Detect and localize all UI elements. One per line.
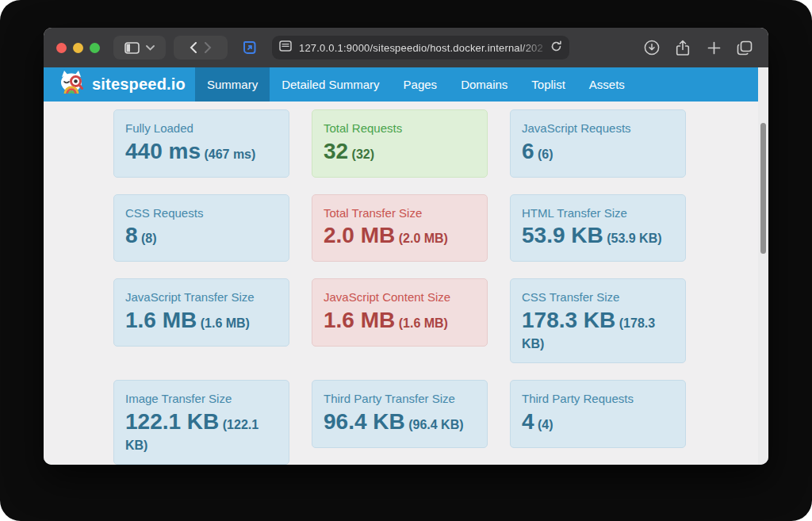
metric-value: 8 [125,223,138,247]
metric-card: CSS Requests 8 (8) [113,194,289,262]
scrollbar-track[interactable] [758,67,768,465]
extension-icon [242,40,258,56]
nav-tab-detailed-summary[interactable]: Detailed Summary [270,67,391,102]
back-button[interactable] [190,42,197,53]
metric-card: CSS Transfer Size 178.3 KB (178.3 KB) [510,278,686,363]
metric-value: 53.9 KB [522,223,603,247]
metric-secondary-value: (53.9 KB) [607,232,661,245]
desktop-background: 127.0.0.1:9000/sitespeedio/host.docker.i… [0,0,812,521]
metric-card: JavaScript Content Size 1.6 MB (1.6 MB) [312,278,488,347]
reader-icon[interactable] [279,40,292,55]
sidebar-icon [124,42,140,54]
metric-card: JavaScript Transfer Size 1.6 MB (1.6 MB) [113,278,289,347]
metric-value: 2.0 MB [324,223,395,247]
metric-secondary-value: (32) [352,147,374,161]
share-button[interactable] [673,36,692,59]
metric-card: Fully Loaded 440 ms (467 ms) [113,109,289,178]
metric-label: Total Requests [324,120,476,137]
browser-toolbar: 127.0.0.1:9000/sitespeedio/host.docker.i… [44,28,768,67]
sidebar-toggle-button[interactable] [113,36,166,59]
tab-overview-button[interactable] [735,36,754,59]
metric-card: Total Transfer Size 2.0 MB (2.0 MB) [312,194,488,262]
metric-secondary-value: (1.6 MB) [201,316,250,330]
sitespeed-cat-logo-icon [57,69,86,101]
metric-value: 122.1 KB [125,409,219,434]
metric-secondary-value: (1.6 MB) [399,316,448,330]
metric-card: HTML Transfer Size 53.9 KB (53.9 KB) [510,194,686,262]
metric-label: Image Transfer Size [125,390,278,408]
browser-window: 127.0.0.1:9000/sitespeedio/host.docker.i… [44,28,768,465]
metric-value: 178.3 KB [522,308,615,332]
metric-cards-grid: Fully Loaded 440 ms (467 ms) Total Reque… [44,102,758,465]
metric-value: 1.6 MB [324,308,395,332]
reload-button[interactable] [550,40,562,56]
toolbar-right-actions [642,36,754,59]
metric-secondary-value: (8) [141,232,157,245]
metric-secondary-value: (4) [538,418,553,431]
metric-label: CSS Requests [125,205,278,222]
metric-value: 6 [522,139,534,163]
summary-page: Fully Loaded 440 ms (467 ms) Total Reque… [44,102,758,465]
metric-value: 1.6 MB [125,308,197,332]
metric-secondary-value: (2.0 MB) [399,232,448,245]
metric-secondary-value: (96.4 KB) [408,418,463,431]
metric-card: Image Transfer Size 122.1 KB (122.1 KB) [113,380,289,465]
brand-name[interactable]: sitespeed.io [92,75,186,94]
metric-label: HTML Transfer Size [522,205,674,222]
nav-tab-toplist[interactable]: Toplist [519,67,577,102]
metric-label: Fully Loaded [125,120,278,137]
nav-tab-assets[interactable]: Assets [577,67,637,102]
metric-card: JavaScript Requests 6 (6) [510,109,686,178]
history-nav-group [174,36,228,59]
report-navbar: sitespeed.io Summary Detailed Summary Pa… [44,67,758,102]
metric-label: JavaScript Content Size [324,289,476,306]
metric-label: JavaScript Requests [522,120,674,137]
download-icon [644,40,660,56]
metric-value: 440 ms [125,139,201,163]
metric-value: 4 [522,409,534,434]
new-tab-icon [707,41,721,55]
metric-label: Third Party Transfer Size [324,390,476,408]
metric-value: 32 [324,139,348,163]
forward-button[interactable] [205,42,212,53]
share-icon [676,40,690,56]
metric-label: CSS Transfer Size [522,289,674,306]
nav-tab-domains[interactable]: Domains [449,67,519,102]
window-controls [56,43,105,53]
chevron-down-icon [146,45,155,51]
tabs-overview-icon [737,40,753,56]
zoom-window-button[interactable] [90,43,100,53]
metric-label: JavaScript Transfer Size [125,289,278,306]
downloads-button[interactable] [642,36,661,59]
minimize-window-button[interactable] [73,43,83,53]
scrollbar-thumb[interactable] [760,123,766,254]
metric-card: Total Requests 32 (32) [312,109,488,178]
metric-secondary-value: (467 ms) [204,147,255,161]
metric-card: Third Party Transfer Size 96.4 KB (96.4 … [312,380,488,448]
nav-tab-summary[interactable]: Summary [195,67,270,102]
metric-card: Third Party Requests 4 (4) [510,380,686,448]
metric-label: Third Party Requests [522,390,674,408]
metric-value: 96.4 KB [324,409,405,434]
url-text[interactable]: 127.0.0.1:9000/sitespeedio/host.docker.i… [292,42,550,54]
close-window-button[interactable] [56,43,67,53]
extension-button[interactable] [236,36,264,59]
nav-tab-pages[interactable]: Pages [392,67,450,102]
metric-secondary-value: (6) [538,147,553,161]
sitespeed-brand[interactable]: sitespeed.io [57,67,186,102]
metric-label: Total Transfer Size [324,205,476,222]
new-tab-button[interactable] [704,36,723,59]
address-bar[interactable]: 127.0.0.1:9000/sitespeedio/host.docker.i… [272,36,569,59]
